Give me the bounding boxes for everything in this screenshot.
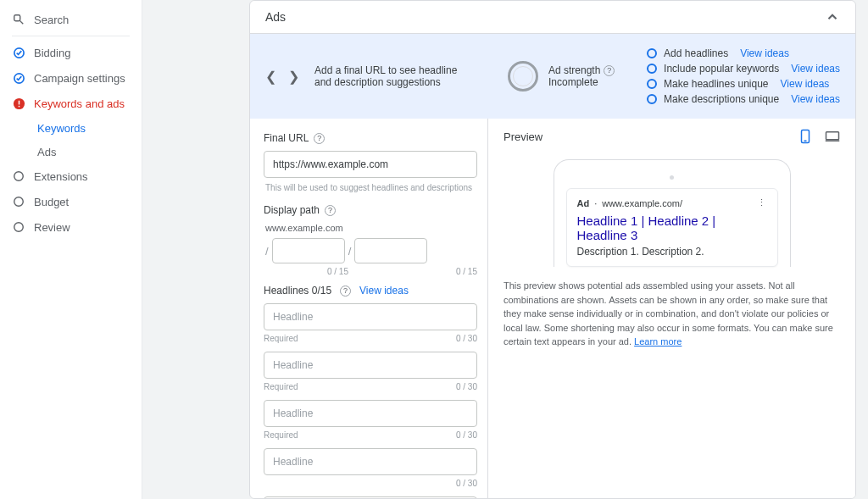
sidebar-item-label: Keywords and ads	[34, 97, 125, 110]
svg-line-1	[19, 20, 23, 24]
svg-rect-6	[18, 105, 19, 107]
headline-input-2[interactable]	[264, 352, 477, 379]
ad-description: Description 1. Description 2.	[577, 246, 767, 258]
svg-rect-12	[826, 132, 839, 140]
sidebar-item-label: Budget	[34, 196, 69, 208]
ad-strength: Ad strength? Incomplete	[508, 61, 615, 91]
recommendations: Add headlinesView ideas Include popular …	[647, 46, 840, 107]
slash: /	[264, 245, 270, 258]
required-label: Required	[264, 430, 298, 440]
circle-icon	[12, 195, 25, 208]
help-icon[interactable]: ?	[340, 286, 351, 297]
bullet-icon	[647, 48, 657, 58]
sidebar-item-label: Extensions	[34, 170, 88, 183]
preview-disclaimer: This preview shows potential ads assembl…	[488, 267, 855, 361]
sidebar-item-review[interactable]: Review	[0, 214, 142, 240]
search-icon	[12, 13, 25, 26]
headline-input-5[interactable]	[264, 496, 477, 498]
ad-domain: www.example.com/	[602, 198, 682, 208]
final-url-label: Final URL	[264, 132, 309, 144]
sidebar-sub-keywords[interactable]: Keywords	[0, 116, 142, 140]
ad-badge: Ad	[577, 198, 590, 208]
display-path2-input[interactable]	[354, 238, 427, 263]
view-ideas-link[interactable]: View ideas	[791, 93, 840, 105]
svg-point-7	[14, 172, 24, 181]
view-ideas-link[interactable]: View ideas	[791, 63, 840, 75]
rec-text: Add headlines	[664, 47, 728, 59]
final-url-hint: This will be used to suggest headlines a…	[265, 183, 477, 192]
path1-counter: 0 / 15	[275, 267, 348, 276]
headline-counter: 0 / 30	[456, 334, 477, 343]
view-ideas-link[interactable]: View ideas	[781, 78, 830, 90]
card-title: Ads	[265, 10, 286, 24]
required-label: Required	[264, 382, 298, 391]
view-ideas-link[interactable]: View ideas	[359, 285, 409, 297]
sidebar-sub-ads[interactable]: Ads	[0, 140, 142, 164]
phone-frame: Ad · www.example.com/ ⋮ Headline 1 | Hea…	[554, 159, 791, 267]
check-circle-icon	[12, 46, 25, 59]
main-area: Ads ❮ ❯ Add a final URL to see headline …	[142, 0, 868, 499]
divider	[12, 36, 130, 36]
headline-input-3[interactable]	[264, 400, 477, 427]
display-domain: www.example.com	[265, 223, 477, 233]
rec-text: Make headlines unique	[664, 78, 768, 90]
device-desktop-button[interactable]	[825, 129, 840, 144]
slash: /	[347, 245, 353, 258]
sidebar-item-campaign-settings[interactable]: Campaign settings	[0, 65, 142, 91]
help-icon[interactable]: ?	[325, 205, 336, 216]
dot: ·	[594, 198, 597, 208]
preview-title: Preview	[504, 130, 542, 143]
strength-ring-icon	[508, 61, 538, 91]
alert-circle-icon	[12, 97, 25, 110]
sidebar-item-label: Search	[34, 14, 69, 26]
strength-label: Ad strength	[548, 64, 600, 76]
help-icon[interactable]: ?	[314, 133, 325, 144]
strength-value: Incomplete	[548, 76, 615, 88]
circle-icon	[12, 220, 25, 234]
view-ideas-link[interactable]: View ideas	[740, 47, 789, 59]
banner-next-button[interactable]: ❯	[288, 69, 299, 85]
display-path-label: Display path	[264, 204, 320, 216]
form-column: Final URL? This will be used to suggest …	[250, 119, 487, 498]
check-circle-icon	[12, 71, 25, 85]
sidebar-sub-label: Keywords	[37, 122, 86, 135]
sidebar-item-budget[interactable]: Budget	[0, 189, 142, 214]
sidebar-item-keywords-ads[interactable]: Keywords and ads	[0, 91, 142, 116]
ads-card: Ads ❮ ❯ Add a final URL to see headline …	[249, 0, 856, 499]
more-icon[interactable]: ⋮	[757, 197, 767, 208]
sidebar: Search Bidding Campaign settings Keyword…	[0, 0, 142, 499]
card-header: Ads	[250, 1, 855, 34]
rec-text: Make descriptions unique	[664, 93, 779, 105]
rec-text: Include popular keywords	[664, 63, 779, 75]
headline-input-1[interactable]	[264, 303, 477, 330]
svg-rect-0	[14, 15, 20, 21]
headline-input-4[interactable]	[264, 448, 477, 475]
bullet-icon	[647, 94, 657, 104]
display-path1-input[interactable]	[272, 238, 345, 263]
sidebar-item-label: Campaign settings	[34, 72, 125, 85]
help-icon[interactable]: ?	[604, 65, 615, 76]
required-label: Required	[264, 334, 298, 343]
sidebar-item-search[interactable]: Search	[0, 7, 142, 32]
preview-column: Preview	[487, 119, 855, 498]
sidebar-item-extensions[interactable]: Extensions	[0, 164, 142, 189]
sidebar-item-label: Review	[34, 221, 70, 234]
sidebar-item-bidding[interactable]: Bidding	[0, 40, 142, 65]
phone-speaker-icon	[670, 175, 674, 180]
device-mobile-button[interactable]	[798, 129, 813, 144]
svg-rect-5	[18, 100, 19, 104]
final-url-input[interactable]	[264, 151, 477, 178]
bullet-icon	[647, 79, 657, 89]
ad-preview-card: Ad · www.example.com/ ⋮ Headline 1 | Hea…	[566, 188, 778, 267]
banner-prev-button[interactable]: ❮	[265, 69, 276, 85]
learn-more-link[interactable]: Learn more	[634, 336, 682, 347]
ad-headline: Headline 1 | Headline 2 | Headline 3	[577, 213, 767, 242]
suggestions-banner: ❮ ❯ Add a final URL to see headline and …	[250, 34, 855, 119]
chevron-up-icon[interactable]	[825, 9, 840, 25]
circle-icon	[12, 169, 25, 183]
headlines-label: Headlines 0/15	[264, 285, 331, 297]
sidebar-item-label: Bidding	[34, 47, 70, 59]
sidebar-sub-label: Ads	[37, 146, 56, 158]
bullet-icon	[647, 64, 657, 74]
headline-counter: 0 / 30	[456, 382, 477, 391]
